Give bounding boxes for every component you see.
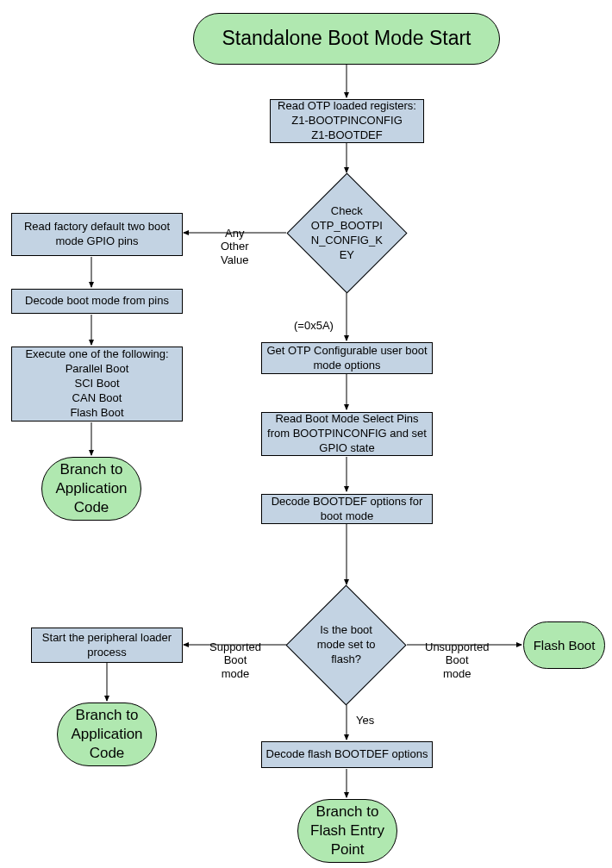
label-yes: Yes [356, 714, 374, 727]
read-boot-select-label: Read Boot Mode Select Pins from BOOTPINC… [265, 412, 428, 456]
process-read-otp: Read OTP loaded registers: Z1-BOOTPINCON… [270, 99, 424, 143]
process-decode-flash: Decode flash BOOTDEF options [261, 741, 433, 768]
process-read-factory: Read factory default two boot mode GPIO … [11, 213, 183, 256]
flash-boot-label: Flash Boot [534, 637, 596, 654]
process-read-boot-select: Read Boot Mode Select Pins from BOOTPINC… [261, 412, 433, 456]
label-supported: Supported Boot mode [209, 627, 261, 680]
process-decode-pins: Decode boot mode from pins [11, 289, 183, 314]
read-factory-label: Read factory default two boot mode GPIO … [16, 220, 178, 249]
terminal-branch-app-1: Branch to Application Code [41, 457, 141, 521]
get-otp-config-label: Get OTP Configurable user boot mode opti… [265, 344, 428, 373]
read-otp-label: Read OTP loaded registers: Z1-BOOTPINCON… [278, 99, 416, 143]
start-loader-label: Start the peripheral loader process [35, 631, 178, 660]
terminal-branch-app-2: Branch to Application Code [57, 703, 157, 766]
decode-pins-label: Decode boot mode from pins [25, 294, 169, 309]
execute-boot-label: Execute one of the following: Parallel B… [25, 347, 168, 420]
decode-flash-label: Decode flash BOOTDEF options [266, 747, 428, 762]
branch-flash-label: Branch to Flash Entry Point [302, 802, 393, 859]
terminal-flash-boot: Flash Boot [523, 621, 605, 669]
label-eq-5a: (=0x5A) [294, 319, 334, 333]
check-key-label: Check OTP_BOOTPIN_CONFIG_KEY [311, 204, 383, 261]
terminal-branch-flash: Branch to Flash Entry Point [297, 799, 397, 863]
start-label: Standalone Boot Mode Start [222, 26, 471, 52]
branch-app-1-label: Branch to Application Code [46, 460, 137, 517]
process-start-loader: Start the peripheral loader process [31, 628, 183, 663]
branch-app-2-label: Branch to Application Code [61, 706, 153, 763]
process-execute-boot: Execute one of the following: Parallel B… [11, 347, 183, 422]
decode-bootdef-label: Decode BOOTDEF options for boot mode [265, 495, 428, 524]
process-get-otp-config: Get OTP Configurable user boot mode opti… [261, 342, 433, 374]
terminal-start: Standalone Boot Mode Start [193, 13, 500, 65]
label-unsupported: Unsupported Boot mode [425, 627, 489, 680]
label-any-other: Any Other Value [221, 213, 249, 266]
process-decode-bootdef: Decode BOOTDEF options for boot mode [261, 494, 433, 524]
is-flash-label: Is the boot mode set to flash? [317, 623, 376, 665]
